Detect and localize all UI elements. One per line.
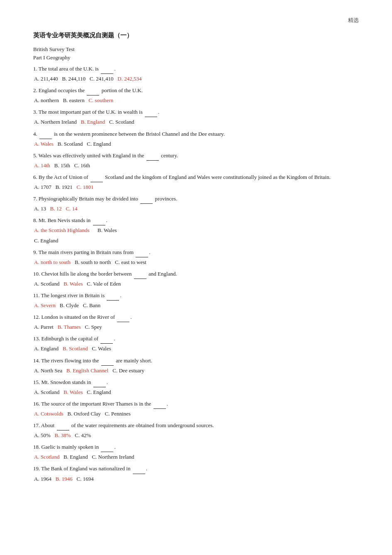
options-14: A. North Sea B. English Channel C. Dee e… <box>33 366 359 375</box>
question-14: 14. The rivers flowing into the are main… <box>33 356 359 375</box>
options-4: A. Wales B. Scotland C. England <box>33 139 359 149</box>
question-text-13: 13. Edinburgh is the capital of . <box>33 334 359 344</box>
question-12: 12. London is situated on the River of .… <box>33 313 359 332</box>
question-9: 9. The main rivers parting in Britain ru… <box>33 248 359 267</box>
part-title: Part I Geography <box>33 54 359 61</box>
question-text-11: 11. The longest river in Britain is . <box>33 291 359 301</box>
survey-title: British Survey Test <box>33 46 359 53</box>
question-4: 4. is on the western prominence between … <box>33 130 359 149</box>
options-7: A. 13 B. 12 C. 14 <box>33 204 359 213</box>
options-multiline-2-8: C. England <box>33 236 359 245</box>
question-text-16: 16. The source of the important River Th… <box>33 399 359 409</box>
question-15: 15. Mt. Snowdon stands in .A. Scotland B… <box>33 378 359 397</box>
question-text-19: 19. The Bank of England was nationalized… <box>33 464 359 474</box>
question-text-12: 12. London is situated on the River of . <box>33 313 359 322</box>
top-label: 精选 <box>33 17 359 24</box>
question-text-18: 18. Gaelic is mainly spoken in . <box>33 443 359 452</box>
questions-container: 1. The total area of the U.K. is .A. 211… <box>33 64 359 484</box>
question-text-1: 1. The total area of the U.K. is . <box>33 64 359 74</box>
question-3: 3. The most important part of the U.K. i… <box>33 108 359 127</box>
question-text-6: 6. By the Act of Union of Scotland and t… <box>33 173 359 182</box>
options-11: A. Severn B. Clyde C. Bann <box>33 301 359 310</box>
question-5: 5. Wales was effectively united with Eng… <box>33 151 359 170</box>
question-18: 18. Gaelic is mainly spoken in .A. Scotl… <box>33 443 359 462</box>
question-10: 10. Cheviot hills lie along the border b… <box>33 269 359 289</box>
options-multiline-1-8: A. the Scottish Highlands B. Wales <box>33 226 359 235</box>
options-5: A. 14th B. 15th C. 16th <box>33 161 359 170</box>
question-text-14: 14. The rivers flowing into the are main… <box>33 356 359 366</box>
question-8: 8. Mt. Ben Nevis stands in .A. the Scott… <box>33 216 359 245</box>
question-16: 16. The source of the important River Th… <box>33 399 359 418</box>
question-text-17: 17. About of the water requirements are … <box>33 421 359 430</box>
question-text-9: 9. The main rivers parting in Britain ru… <box>33 248 359 257</box>
question-text-2: 2. England occupies the portion of the U… <box>33 86 359 95</box>
question-text-8: 8. Mt. Ben Nevis stands in . <box>33 216 359 225</box>
page: 精选 英语专业考研英美概况自测题（一） British Survey Test … <box>0 0 392 555</box>
question-1: 1. The total area of the U.K. is .A. 211… <box>33 64 359 83</box>
question-2: 2. England occupies the portion of the U… <box>33 86 359 105</box>
question-text-7: 7. Physiographically Britain may be divi… <box>33 194 359 204</box>
question-11: 11. The longest river in Britain is .A. … <box>33 291 359 310</box>
options-16: A. Cotswolds B. Oxford Clay C. Pennines <box>33 409 359 418</box>
options-3: A. Northern Ireland B. England C. Scotla… <box>33 117 359 127</box>
question-text-3: 3. The most important part of the U.K. i… <box>33 108 359 117</box>
question-7: 7. Physiographically Britain may be divi… <box>33 194 359 213</box>
question-19: 19. The Bank of England was nationalized… <box>33 464 359 483</box>
question-text-5: 5. Wales was effectively united with Eng… <box>33 151 359 161</box>
question-text-15: 15. Mt. Snowdon stands in . <box>33 378 359 387</box>
options-13: A. England B. Scotland C. Wales <box>33 344 359 353</box>
question-text-10: 10. Cheviot hills lie along the border b… <box>33 269 359 279</box>
options-17: A. 50% B. 38% C. 42% <box>33 431 359 440</box>
options-15: A. Scotland B. Wales C. England <box>33 388 359 397</box>
options-2: A. northern B. eastern C. southern <box>33 96 359 105</box>
options-12: A. Parret B. Thames C. Spey <box>33 323 359 332</box>
options-18: A. Scotland B. England C. Northern Irela… <box>33 452 359 462</box>
question-text-4: 4. is on the western prominence between … <box>33 130 359 139</box>
question-17: 17. About of the water requirements are … <box>33 421 359 440</box>
options-9: A. north to south B. south to north C. e… <box>33 258 359 267</box>
options-1: A. 211,440 B. 244,110 C. 241,410 D. 242,… <box>33 74 359 83</box>
options-19: A. 1964 B. 1946 C. 1694 <box>33 474 359 484</box>
question-13: 13. Edinburgh is the capital of .A. Engl… <box>33 334 359 353</box>
question-6: 6. By the Act of Union of Scotland and t… <box>33 173 359 192</box>
options-10: A. Scotland B. Wales C. Vale of Eden <box>33 279 359 289</box>
main-title: 英语专业考研英美概况自测题（一） <box>33 32 359 39</box>
options-6: A. 1707 B. 1921 C. 1801 <box>33 183 359 192</box>
